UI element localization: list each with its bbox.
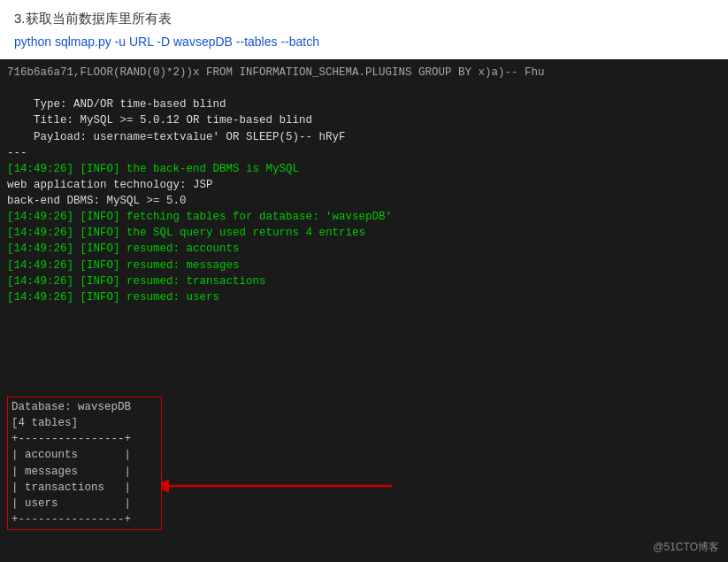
page-heading: 3.获取当前数据库里所有表 bbox=[14, 11, 714, 27]
page-wrapper: 3.获取当前数据库里所有表 python sqlmap.py -u URL -D… bbox=[0, 0, 728, 562]
watermark: @51CTO博客 bbox=[653, 540, 719, 555]
arrow-area bbox=[162, 468, 410, 504]
top-section: 3.获取当前数据库里所有表 python sqlmap.py -u URL -D… bbox=[0, 0, 728, 59]
terminal-wrapper: 716b6a6a71,FLOOR(RAND(0)*2))x FROM INFOR… bbox=[0, 59, 728, 562]
command-line: python sqlmap.py -u URL -D wavsepDB --ta… bbox=[14, 35, 714, 49]
db-table-box: Database: wavsepDB[4 tables]+-----------… bbox=[7, 396, 162, 530]
